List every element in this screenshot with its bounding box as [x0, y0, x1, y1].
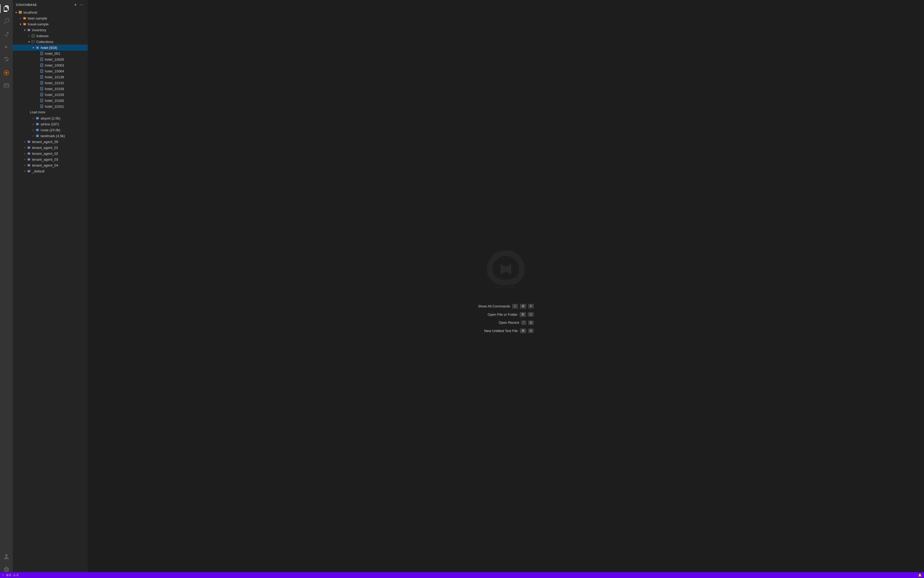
- hotel10160-label: hotel_10160: [45, 99, 64, 103]
- chevron-landmark: [31, 134, 35, 138]
- status-bar-left: ⑂ ⊘ 0 ⚠ 0: [2, 573, 18, 577]
- empty-arrow-hotel10026: [35, 57, 40, 62]
- empty-arrow-hotel10142: [35, 81, 40, 85]
- new-untitled-label: New Untitled Text File: [484, 329, 518, 333]
- shortcut-row-open-file: Open File or Folder ⌘ O: [488, 312, 534, 317]
- key-cmd-open: ⌘: [520, 312, 526, 317]
- load-more-button[interactable]: Load more: [13, 109, 88, 115]
- activity-extensions[interactable]: [0, 54, 13, 66]
- tenant03-label: tenant_agent_03: [32, 157, 58, 161]
- travel-sample-label: travel-sample: [28, 22, 49, 26]
- svg-text:COUCHBASE: COUCHBASE: [496, 286, 516, 288]
- tree-item-inventory[interactable]: S inventory: [13, 27, 88, 33]
- empty-arrow-hotel10063: [35, 63, 40, 67]
- key-shift: ⇧: [512, 304, 518, 308]
- activity-query[interactable]: [0, 79, 13, 92]
- status-bar: ⑂ ⊘ 0 ⚠ 0 🔔: [0, 572, 924, 578]
- empty-arrow-hotel10159: [35, 93, 40, 97]
- tree-item-hotel-10161[interactable]: hotel_10161: [13, 104, 88, 109]
- shortcut-list: Show All Commands ⇧ ⌘ P Open File or Fol…: [478, 304, 533, 333]
- tree-item-airport[interactable]: C airport (2.0k): [13, 115, 88, 121]
- activity-explorer[interactable]: [0, 2, 13, 15]
- tree-item-tenant-00[interactable]: S tenant_agent_00: [13, 139, 88, 144]
- show-all-commands-label: Show All Commands: [478, 304, 510, 308]
- key-r: R: [528, 321, 534, 325]
- svg-text:C: C: [37, 118, 38, 119]
- svg-text:S: S: [28, 170, 29, 172]
- tree-item-tenant-04[interactable]: S tenant_agent_04: [13, 162, 88, 168]
- chevron-collections: [27, 40, 31, 44]
- shortcut-row-open-recent: Open Recent ^ R: [499, 321, 534, 325]
- warning-count: ⚠ 0: [13, 573, 18, 577]
- tree-item-tenant-01[interactable]: S tenant_agent_01: [13, 144, 88, 151]
- tree-item-hotel-10160[interactable]: hotel_10160: [13, 97, 88, 104]
- more-button[interactable]: ···: [79, 2, 84, 8]
- activity-run[interactable]: [0, 41, 13, 54]
- chevron-tenant01: [23, 145, 27, 150]
- tree-item-hotel-10158[interactable]: hotel_10158: [13, 86, 88, 92]
- tree-item-hotel[interactable]: C hotel (918): [13, 45, 88, 50]
- activity-source-control[interactable]: [0, 28, 13, 41]
- add-button[interactable]: +: [73, 2, 78, 8]
- airport-label: airport (2.0k): [41, 116, 60, 120]
- empty-arrow-hotel10161: [35, 104, 40, 109]
- document-icon-hotel10064: [40, 69, 44, 73]
- svg-text:S: S: [28, 164, 29, 166]
- empty-arrow-hotel10138: [35, 75, 40, 79]
- sidebar: COUCHBASE + ··· localhost B b: [13, 0, 88, 578]
- empty-arrow-hotel001: [35, 51, 40, 55]
- chevron-beer-sample: [18, 16, 23, 20]
- svg-text:S: S: [28, 159, 29, 161]
- key-n: N: [528, 329, 534, 333]
- scope-icon-default: S: [27, 169, 31, 173]
- svg-text:S: S: [28, 153, 29, 154]
- tree-item-hotel-10063[interactable]: hotel_10063: [13, 62, 88, 68]
- airline-label: airline (187): [41, 122, 59, 126]
- tree-item-hotel-001[interactable]: hotel_001: [13, 50, 88, 57]
- hotel10158-label: hotel_10158: [45, 87, 64, 91]
- tree-item-hotel-10138[interactable]: hotel_10138: [13, 74, 88, 80]
- server-icon: [18, 10, 23, 15]
- activity-accounts[interactable]: [0, 550, 13, 563]
- tree-item-hotel-10064[interactable]: hotel_10064: [13, 68, 88, 74]
- empty-arrow-hotel10160: [35, 98, 40, 103]
- tree-item-landmark[interactable]: C landmark (4.5k): [13, 133, 88, 139]
- inventory-label: inventory: [32, 28, 46, 32]
- tree-item-route[interactable]: C route (24.0k): [13, 127, 88, 133]
- tree-item-airline[interactable]: C airline (187): [13, 121, 88, 127]
- hotel001-label: hotel_001: [45, 52, 60, 55]
- default-label: _default: [32, 169, 44, 173]
- chevron-indexes: [27, 34, 31, 38]
- tree-item-travel-sample[interactable]: B travel-sample: [13, 21, 88, 27]
- tree-item-indexes[interactable]: Indexes: [13, 33, 88, 39]
- scope-icon-inventory: S: [27, 28, 31, 32]
- tree-item-tenant-03[interactable]: S tenant_agent_03: [13, 156, 88, 162]
- activity-search[interactable]: [0, 15, 13, 28]
- tree-item-default[interactable]: S _default: [13, 168, 88, 174]
- tree-item-hotel-10142[interactable]: hotel_10142: [13, 80, 88, 86]
- svg-point-5: [21, 11, 22, 12]
- open-recent-label: Open Recent: [499, 321, 519, 325]
- chevron-default: [23, 169, 27, 173]
- scope-icon-tenant03: S: [27, 157, 31, 161]
- bucket-icon-travel: B: [23, 22, 27, 26]
- tree-item-hotel-10026[interactable]: hotel_10026: [13, 57, 88, 62]
- collection-icon-airline: C: [35, 122, 40, 126]
- tree-item-beer-sample[interactable]: B beer-sample: [13, 15, 88, 21]
- tree-item-hotel-10159[interactable]: hotel_10159: [13, 92, 88, 97]
- file-tree: localhost B beer-sample B: [13, 9, 88, 578]
- activity-couchbase[interactable]: [0, 66, 13, 79]
- tenant02-label: tenant_agent_02: [32, 152, 58, 156]
- key-p: P: [528, 304, 533, 308]
- tree-item-localhost[interactable]: localhost: [13, 9, 88, 15]
- hotel10159-label: hotel_10159: [45, 93, 64, 97]
- empty-arrow-hotel10158: [35, 87, 40, 91]
- tree-item-tenant-02[interactable]: S tenant_agent_02: [13, 151, 88, 156]
- localhost-label: localhost: [24, 10, 37, 15]
- hotel10026-label: hotel_10026: [45, 57, 64, 62]
- scope-icon-tenant04: S: [27, 163, 31, 167]
- collection-icon-hotel: C: [35, 45, 40, 50]
- chevron-hotel: [31, 45, 35, 50]
- tree-item-collections[interactable]: Collections: [13, 39, 88, 45]
- document-icon-hotel10161: [40, 104, 44, 109]
